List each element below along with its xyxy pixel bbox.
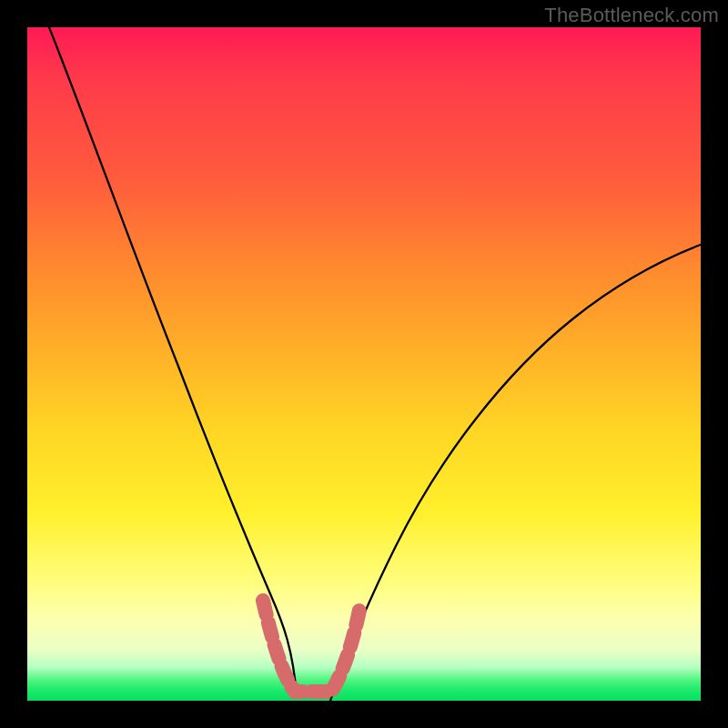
chart-area (27, 27, 701, 701)
curve-right-branch (330, 243, 701, 701)
watermark-text: TheBottleneck.com (544, 4, 719, 27)
chart-frame: TheBottleneck.com (0, 0, 728, 728)
dashed-optimal-zone (263, 601, 359, 692)
chart-svg (27, 27, 701, 701)
